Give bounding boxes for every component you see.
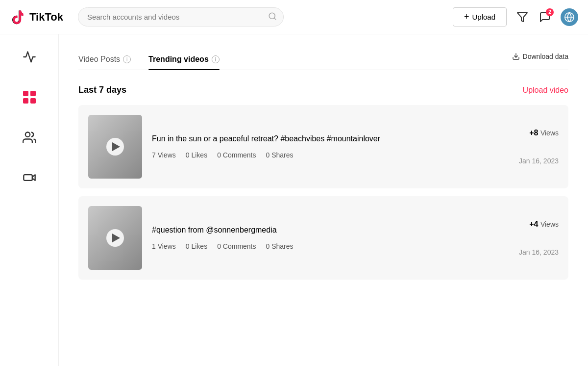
tab-video-posts[interactable]: Video Posts i (78, 49, 131, 70)
svg-rect-7 (23, 98, 28, 104)
tabs: Video Posts i Trending videos i Download… (78, 49, 568, 70)
video-thumbnail-2[interactable] (88, 206, 142, 270)
search-input[interactable] (78, 7, 284, 26)
sidebar-item-live[interactable] (17, 165, 42, 190)
tab-trending-videos-label: Trending videos (148, 55, 209, 64)
video-thumbnail-1[interactable] (88, 115, 142, 179)
download-icon (512, 52, 520, 60)
upload-button[interactable]: + Upload (453, 7, 507, 26)
video-right-1: +8 Views Jan 16, 2023 (480, 129, 559, 165)
avatar[interactable] (561, 8, 578, 26)
video-stats-2: 1 Views 0 Likes 0 Comments 0 Shares (152, 242, 470, 250)
stat-likes-1: 0 Likes (186, 151, 207, 159)
tab-video-posts-label: Video Posts (78, 55, 120, 64)
video-posts-info-icon[interactable]: i (123, 55, 131, 63)
stat-comments-1: 0 Comments (217, 151, 256, 159)
sidebar-item-dashboard[interactable] (17, 84, 42, 110)
stat-likes-2: 0 Likes (186, 242, 207, 250)
views-delta-2: +4 (529, 220, 538, 228)
video-card: Fun in the sun or a peaceful retreat? #b… (78, 105, 568, 188)
stat-comments-2: 0 Comments (217, 242, 256, 250)
users-icon (22, 130, 37, 145)
search-bar (78, 7, 284, 26)
section-header: Last 7 days Upload video (78, 85, 568, 95)
svg-point-9 (25, 132, 29, 137)
video-info-2: #question from @sonnenbergmedia 1 Views … (152, 226, 470, 250)
upload-label: Upload (472, 13, 495, 21)
video-icon (22, 170, 37, 185)
download-data-label: Download data (523, 52, 568, 60)
header-right: + Upload 2 (453, 7, 578, 26)
main-content: Video Posts i Trending videos i Download… (59, 34, 588, 366)
stat-views-1: 7 Views (152, 151, 176, 159)
views-delta-1: +8 (529, 129, 538, 137)
header: TikTok + Upload 2 (0, 0, 588, 34)
upload-video-link[interactable]: Upload video (523, 86, 568, 95)
chart-icon (22, 49, 37, 65)
play-button-1[interactable] (106, 138, 124, 156)
notification-badge: 2 (546, 8, 554, 16)
filter-icon-wrap[interactable] (515, 10, 529, 24)
notification-icon-wrap[interactable]: 2 (538, 10, 552, 24)
logo-area[interactable]: TikTok (10, 9, 63, 25)
views-change-2: +4 Views (529, 220, 559, 229)
stat-shares-2: 0 Shares (266, 242, 294, 250)
play-triangle-2 (112, 234, 120, 242)
video-title-1: Fun in the sun or a peaceful retreat? #b… (152, 134, 470, 143)
search-icon (268, 12, 277, 23)
svg-line-1 (274, 18, 275, 19)
sidebar-item-community[interactable] (17, 125, 42, 150)
upload-plus-icon: + (464, 12, 469, 22)
video-info-1: Fun in the sun or a peaceful retreat? #b… (152, 134, 470, 159)
video-card-2: #question from @sonnenbergmedia 1 Views … (78, 196, 568, 280)
svg-marker-2 (517, 13, 527, 22)
video-stats-1: 7 Views 0 Likes 0 Comments 0 Shares (152, 151, 470, 159)
svg-rect-10 (24, 175, 32, 181)
sidebar (0, 34, 59, 366)
video-right-2: +4 Views Jan 16, 2023 (480, 220, 559, 256)
sidebar-item-analytics[interactable] (17, 44, 42, 70)
trending-videos-info-icon[interactable]: i (212, 55, 220, 63)
views-label-1: Views (540, 129, 559, 137)
tiktok-logo-icon (10, 9, 25, 25)
tab-trending-videos[interactable]: Trending videos i (148, 49, 220, 70)
logo-text: TikTok (29, 11, 63, 24)
stat-shares-1: 0 Shares (266, 151, 294, 159)
period-label: Last 7 days (78, 85, 126, 95)
download-data-button[interactable]: Download data (512, 52, 568, 66)
grid-icon (22, 89, 37, 105)
svg-rect-8 (30, 98, 36, 104)
play-triangle-1 (112, 142, 120, 151)
video-date-2: Jan 16, 2023 (519, 248, 559, 256)
svg-rect-6 (30, 91, 36, 96)
play-button-2[interactable] (106, 229, 124, 247)
video-date-1: Jan 16, 2023 (519, 157, 559, 165)
filter-icon (516, 11, 528, 23)
stat-views-2: 1 Views (152, 242, 176, 250)
views-label-2: Views (540, 220, 559, 228)
svg-rect-5 (23, 91, 28, 96)
video-title-2: #question from @sonnenbergmedia (152, 226, 470, 235)
views-change-1: +8 Views (529, 129, 559, 137)
globe-icon (564, 12, 575, 23)
